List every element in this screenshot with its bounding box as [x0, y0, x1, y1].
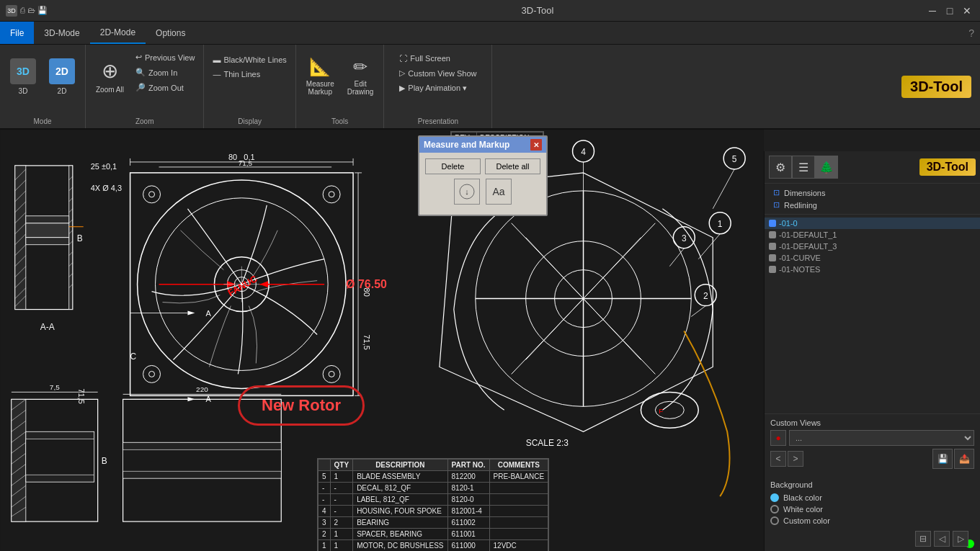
black-white-lines-button[interactable]: ▬ Black/White Lines: [208, 53, 290, 66]
bom-col-qty: QTY: [330, 460, 353, 471]
custom-views-dropdown[interactable]: ...: [789, 430, 974, 446]
minimize-button[interactable]: ─: [925, 4, 940, 18]
svg-text:Ø 76.50: Ø 76.50: [346, 278, 387, 290]
dimensions-item[interactable]: ⊡ Dimensions: [770, 187, 974, 199]
zoom-out-icon: 🔎: [135, 83, 146, 92]
full-screen-label: Full Screen: [410, 54, 450, 63]
right-panel-toolbar: ⚙ ☰ 🌲 3D-Tool: [765, 151, 980, 184]
2d-icon: 2D: [49, 58, 75, 84]
svg-text:B: B: [77, 233, 83, 243]
custom-view-icon: ▷: [399, 68, 405, 78]
ribbon-group-mode: 3D 3D 2D 2D Mode: [0, 45, 86, 128]
full-screen-button[interactable]: ⛶ Full Screen: [395, 52, 481, 65]
bw-lines-label: Black/White Lines: [223, 55, 286, 64]
edit-drawing-button[interactable]: ✏ EditDrawing: [342, 48, 380, 105]
markup-arrow-button[interactable]: ↓: [454, 179, 480, 205]
menu-options[interactable]: Options: [146, 22, 195, 44]
thin-lines-icon: —: [213, 70, 220, 79]
zoom-fit-button[interactable]: ⊟: [915, 531, 931, 547]
dimensions-section: ⊡ Dimensions ⊡ Redlining: [765, 184, 980, 215]
svg-text:F: F: [659, 407, 663, 415]
bg-white-label: White color: [783, 505, 823, 514]
bg-white-radio[interactable]: [770, 505, 779, 514]
prev-view-label: Previous View: [145, 53, 195, 62]
menu-2dmode[interactable]: 2D-Mode: [90, 22, 146, 44]
nav-right-button[interactable]: ▷: [953, 531, 968, 547]
cv-next-button[interactable]: >: [788, 451, 803, 467]
menu-3dmode[interactable]: 3D-Mode: [34, 22, 89, 44]
measure-markup-icon: 📐: [309, 57, 331, 77]
bom-row: -- LABEL, 812_QF8120-0: [318, 494, 548, 506]
presentation-group-label: Presentation: [418, 115, 458, 125]
rp-gear-button[interactable]: ⚙: [769, 156, 792, 179]
maximize-button[interactable]: □: [943, 4, 957, 18]
svg-rect-32: [26, 238, 69, 245]
rp-layers-button[interactable]: ☰: [792, 156, 815, 179]
svg-text:5: 5: [732, 154, 737, 164]
thin-lines-button[interactable]: — Thin Lines: [208, 68, 290, 81]
window-title: 3D-Tool: [150, 5, 925, 16]
bg-white-option[interactable]: White color: [770, 505, 974, 514]
layer-color-dot: [769, 254, 776, 261]
custom-views-label: Custom Views: [770, 418, 974, 427]
ribbon-group-tools: 📐 MeasureMarkup ✏ EditDrawing Tools: [296, 45, 385, 128]
delete-button[interactable]: Delete: [425, 158, 481, 174]
dialog-close-button[interactable]: ✕: [530, 139, 542, 151]
zoom-out-label: Zoom Out: [148, 84, 184, 92]
menu-file[interactable]: File: [0, 22, 34, 44]
svg-text:1: 1: [718, 219, 723, 229]
layer-item-3[interactable]: -01-CURVE: [765, 252, 980, 264]
right-panel: ⚙ ☰ 🌲 3D-Tool ⊡ Dimensions ⊡ Redlining -…: [764, 151, 980, 551]
svg-rect-4: [15, 166, 26, 310]
zoom-out-button[interactable]: 🔎 Zoom Out: [131, 81, 200, 94]
background-label: Background: [770, 480, 974, 489]
window-controls[interactable]: ─ □ ✕: [925, 4, 974, 18]
cv-prev-button[interactable]: <: [770, 451, 786, 467]
mode-2d-button[interactable]: 2D 2D: [43, 48, 81, 105]
svg-text:4: 4: [581, 147, 586, 157]
menu-bar: File 3D-Mode 2D-Mode Options ?: [0, 22, 980, 45]
measure-markup-label: MeasureMarkup: [306, 80, 334, 96]
cv-record-button[interactable]: ●: [770, 430, 786, 446]
layer-item-2[interactable]: -01-DEFAULT_3: [765, 241, 980, 252]
close-button[interactable]: ✕: [960, 4, 974, 18]
layer-item-1[interactable]: -01-DEFAULT_1: [765, 229, 980, 241]
layer-id: -01-0: [779, 219, 798, 228]
bg-black-option[interactable]: Black color: [770, 493, 974, 502]
cv-export-button[interactable]: 📤: [954, 449, 974, 469]
3d-label: 3D: [19, 87, 28, 95]
zoom-in-button[interactable]: 🔍 Zoom In: [131, 66, 200, 79]
bom-row: 11 MOTOR, DC BRUSHLESS611000 12VDC: [318, 540, 548, 552]
markup-text-button[interactable]: Aa: [486, 179, 512, 205]
bg-custom-radio[interactable]: [770, 516, 779, 525]
custom-view-show-button[interactable]: ▷ Custom View Show: [395, 66, 481, 80]
previous-view-button[interactable]: ↩ Previous View: [131, 50, 200, 64]
cv-save-button[interactable]: 💾: [932, 449, 953, 469]
tools-group-label: Tools: [331, 115, 348, 125]
measure-markup-button[interactable]: 📐 MeasureMarkup: [300, 48, 340, 105]
rp-tree-button[interactable]: 🌲: [815, 156, 838, 179]
svg-text:7,5: 7,5: [50, 383, 60, 391]
layer-item-4[interactable]: -01-NOTES: [765, 264, 980, 275]
custom-views-section: Custom Views ● ... < > 💾 📤: [765, 413, 980, 476]
zoom-all-button[interactable]: ⊕ Zoom All: [90, 48, 130, 105]
redlining-item[interactable]: ⊡ Redlining: [770, 199, 974, 211]
app-logo: 3D-Tool: [893, 45, 980, 128]
delete-all-button[interactable]: Delete all: [485, 158, 540, 174]
layer-id: -01-DEFAULT_3: [779, 242, 837, 251]
layer-item-0[interactable]: -01-0: [765, 218, 980, 229]
bg-black-radio[interactable]: [770, 493, 779, 502]
app-icon: 3D: [6, 5, 17, 17]
logo-text: 3D-Tool: [901, 76, 971, 98]
play-animation-icon: ▶: [399, 84, 405, 93]
bottom-nav: ⊟ ◁ ▷: [764, 528, 974, 550]
layer-color-dot: [769, 266, 776, 273]
bg-custom-option[interactable]: Custom color: [770, 516, 974, 525]
nav-left-button[interactable]: ◁: [934, 531, 950, 547]
mode-3d-button[interactable]: 3D 3D: [4, 48, 42, 105]
play-animation-button[interactable]: ▶ Play Animation ▾: [395, 81, 481, 95]
svg-rect-30: [26, 223, 69, 238]
help-btn[interactable]: ?: [963, 22, 980, 44]
drawing-area[interactable]: Measure and Markup ✕ Delete Delete all ↓: [0, 130, 764, 551]
full-screen-icon: ⛶: [399, 54, 407, 63]
